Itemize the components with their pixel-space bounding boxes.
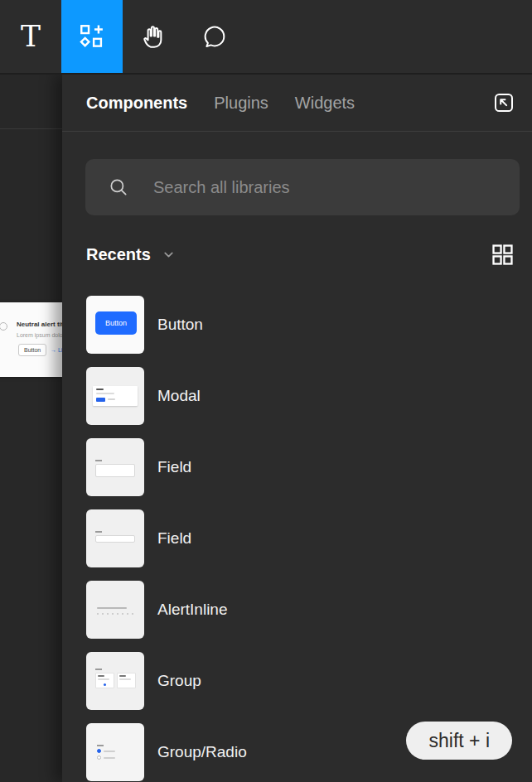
thumb-field-preview [95, 531, 135, 543]
component-thumbnail [86, 652, 144, 710]
component-thumbnail [86, 438, 144, 496]
component-item[interactable]: Group [62, 645, 532, 717]
component-thumbnail: Button [86, 296, 144, 354]
thumb-field-preview [95, 460, 135, 477]
search-box [85, 159, 520, 215]
tab-plugins[interactable]: Plugins [214, 94, 268, 113]
component-label: Button [157, 316, 203, 334]
component-item[interactable]: AlertInline [62, 574, 532, 645]
hand-tool-button[interactable] [123, 0, 184, 73]
recents-header: Recents [62, 241, 532, 268]
tab-widgets[interactable]: Widgets [295, 94, 355, 113]
text-icon: T [21, 22, 41, 51]
thumb-group-preview [95, 669, 138, 688]
component-list: ButtonButtonModalFieldFieldAlertInlineGr… [62, 289, 532, 782]
component-label: Field [157, 529, 191, 548]
component-label: Modal [157, 387, 201, 405]
alert-info-icon [0, 322, 7, 331]
search-input[interactable] [152, 177, 470, 198]
component-label: Field [157, 458, 191, 476]
component-label: Group/Radio [157, 743, 247, 761]
thumb-alert-preview [97, 607, 133, 615]
toolbar: T [0, 0, 532, 75]
panel-tabs: Components Plugins Widgets [62, 75, 532, 132]
open-as-window-icon [491, 90, 516, 115]
shortcut-badge: shift + i [406, 722, 512, 760]
component-thumbnail [86, 581, 144, 639]
components-panel: Components Plugins Widgets Recents [62, 75, 532, 782]
component-label: Group [157, 672, 201, 690]
alert-card-button[interactable]: Button [18, 344, 46, 356]
tab-components[interactable]: Components [86, 94, 187, 113]
comment-icon [201, 23, 228, 50]
thumb-button-preview: Button [95, 311, 137, 335]
canvas-alert-card[interactable]: Neutral alert title Lorem ipsum dolor am… [0, 302, 62, 377]
recents-title: Recents [86, 245, 151, 264]
thumb-modal-preview [93, 386, 138, 406]
thumb-radio-preview [97, 745, 135, 760]
text-tool-button[interactable]: T [0, 0, 61, 73]
comment-tool-button[interactable] [184, 0, 245, 73]
component-item[interactable]: Field [62, 503, 532, 574]
component-item[interactable]: ButtonButton [62, 289, 532, 360]
grid-view-button[interactable] [490, 242, 515, 268]
alert-card-title: Neutral alert title [17, 321, 69, 328]
component-thumbnail [86, 509, 144, 567]
components-tool-button[interactable] [61, 0, 123, 73]
component-item[interactable]: Modal [62, 360, 532, 432]
canvas[interactable]: Neutral alert title Lorem ipsum dolor am… [0, 75, 62, 782]
component-thumbnail [86, 367, 144, 425]
open-as-window-button[interactable] [487, 86, 520, 119]
hand-icon [140, 23, 167, 50]
grid-view-icon [490, 242, 515, 268]
canvas-frame-line [0, 128, 62, 129]
chevron-down-icon[interactable] [162, 248, 176, 262]
component-thumbnail [86, 723, 144, 781]
component-label: AlertInline [157, 601, 228, 619]
components-icon [78, 22, 106, 51]
component-item[interactable]: Field [62, 432, 532, 503]
search-icon [108, 176, 129, 198]
